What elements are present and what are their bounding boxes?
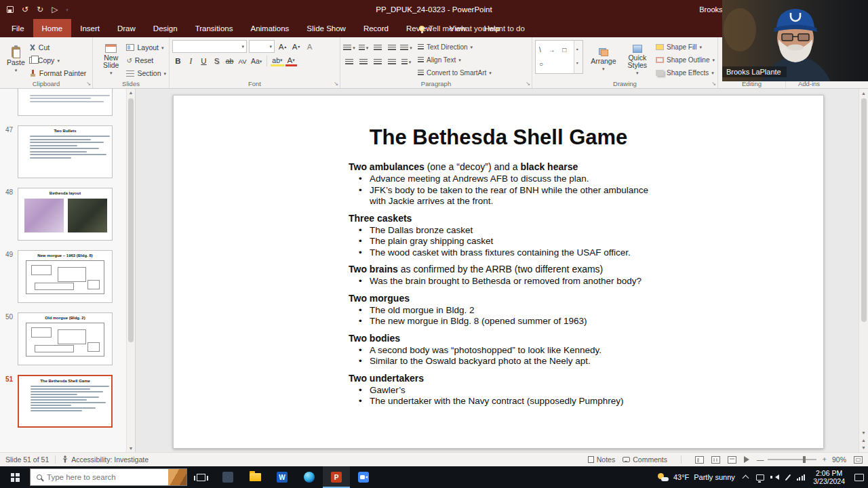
- zoom-out-button[interactable]: —: [757, 455, 764, 464]
- main-scrollbar[interactable]: ▲ ▼ ▲ ▼: [859, 89, 868, 452]
- tab-transitions[interactable]: Transitions: [186, 19, 242, 37]
- convert-to-smartart-button[interactable]: Convert to SmartArt▾: [418, 67, 492, 79]
- tab-slide-show[interactable]: Slide Show: [298, 19, 355, 37]
- notes-button[interactable]: Notes: [588, 455, 615, 464]
- clipboard-dialog-launcher[interactable]: ↘: [86, 81, 91, 87]
- slide-indicator[interactable]: Slide 51 of 51: [5, 455, 49, 464]
- tab-home[interactable]: Home: [33, 19, 72, 37]
- slide-thumbnail[interactable]: New morgue – 1963 (Bldg. 8): [18, 250, 113, 303]
- comments-button[interactable]: Comments: [623, 455, 667, 464]
- align-left-button[interactable]: [343, 56, 355, 68]
- slide-title[interactable]: The Bethesda Shell Game: [174, 125, 823, 150]
- highlight-color-button[interactable]: ab▾: [271, 56, 283, 66]
- zoom-app-button[interactable]: [350, 466, 377, 488]
- redo-icon[interactable]: ↻: [37, 5, 43, 14]
- shape-fill-button[interactable]: Shape Fill▾: [656, 41, 715, 53]
- weather-widget[interactable]: 43°F Partly sunny: [658, 473, 735, 481]
- next-slide-icon[interactable]: ▼: [861, 445, 866, 450]
- slide-canvas[interactable]: The Bethesda Shell Game Two ambulances (…: [173, 95, 824, 449]
- search-input[interactable]: [47, 473, 149, 481]
- pen-tray-icon[interactable]: [785, 474, 791, 481]
- normal-view-button[interactable]: [695, 456, 704, 464]
- character-spacing-button[interactable]: AV: [237, 55, 248, 67]
- tab-animations[interactable]: Animations: [241, 19, 298, 37]
- edge-button[interactable]: [296, 466, 323, 488]
- start-button[interactable]: [0, 466, 30, 488]
- align-text-button[interactable]: Align Text▾: [418, 54, 492, 66]
- increase-indent-button[interactable]: [386, 42, 398, 54]
- font-dialog-launcher[interactable]: ↘: [334, 81, 338, 87]
- underline-button[interactable]: U: [198, 55, 210, 67]
- save-icon[interactable]: [7, 6, 14, 13]
- undo-icon[interactable]: ↺: [22, 5, 28, 14]
- file-explorer-button[interactable]: [241, 466, 269, 488]
- decrease-font-size-button[interactable]: A▾: [290, 41, 302, 53]
- section-button[interactable]: Section▾: [126, 67, 166, 79]
- shapes-gallery-scroll[interactable]: ▴▾≡: [574, 41, 583, 73]
- zoom-in-button[interactable]: ＋: [821, 455, 828, 464]
- scroll-down-icon[interactable]: ▾: [576, 56, 581, 70]
- reset-button[interactable]: ↺Reset: [126, 54, 166, 66]
- font-name-select[interactable]: ▾: [172, 40, 247, 53]
- scrollbar-thumb[interactable]: [128, 98, 134, 342]
- zoom-slider[interactable]: [768, 459, 816, 460]
- cut-button[interactable]: Cut: [29, 41, 86, 54]
- arrange-button[interactable]: Arrange ▾: [587, 40, 620, 79]
- display-tray-icon[interactable]: [756, 474, 764, 481]
- reading-view-button[interactable]: [728, 456, 736, 464]
- text-shadow-button[interactable]: S: [211, 55, 222, 67]
- italic-button[interactable]: I: [185, 55, 197, 67]
- slideshow-view-button[interactable]: [744, 456, 749, 463]
- slide-body[interactable]: Two ambulances (one a “decoy”) and a bla…: [349, 161, 657, 407]
- slide-thumbnail[interactable]: Old morgue (Bldg. 2): [18, 312, 113, 365]
- customize-qat-icon[interactable]: ▾: [66, 7, 68, 12]
- change-case-button[interactable]: Aa▾: [250, 55, 263, 67]
- decrease-indent-button[interactable]: [372, 42, 384, 54]
- scroll-up-icon[interactable]: ▴: [576, 42, 581, 56]
- word-button[interactable]: W: [269, 466, 296, 488]
- quick-styles-button[interactable]: Quick Styles ▾: [624, 40, 652, 79]
- thumbnail-scrollbar[interactable]: ▲ ▼: [126, 89, 135, 452]
- fit-to-window-button[interactable]: [854, 456, 863, 464]
- tab-insert[interactable]: Insert: [71, 19, 108, 37]
- slide-thumbnail[interactable]: Bethesda layout: [18, 188, 113, 241]
- taskbar-app-button[interactable]: [214, 466, 241, 488]
- network-tray-icon[interactable]: [797, 474, 806, 481]
- task-view-button[interactable]: [187, 466, 214, 488]
- slide-thumbnail[interactable]: The Bethesda Shell Game: [18, 375, 113, 428]
- tab-record[interactable]: Record: [355, 19, 397, 37]
- scroll-down-icon[interactable]: ▼: [129, 446, 134, 451]
- tab-file[interactable]: File: [3, 19, 33, 37]
- slide-thumbnail[interactable]: Two Bullets: [18, 125, 113, 178]
- align-right-button[interactable]: [372, 56, 384, 68]
- font-size-select[interactable]: ▾: [249, 40, 275, 53]
- paste-button[interactable]: Paste ▾: [3, 40, 29, 79]
- webcam-overlay[interactable]: Brooks LaPlante: [722, 0, 868, 81]
- columns-button[interactable]: ▾: [400, 56, 412, 68]
- drawing-dialog-launcher[interactable]: ↘: [711, 81, 716, 87]
- zoom-slider-handle[interactable]: [803, 456, 806, 463]
- action-center-button[interactable]: [854, 474, 864, 481]
- font-color-button[interactable]: A▾: [285, 56, 297, 66]
- shapes-gallery[interactable]: \ → □ ○ △ ◇ { ☆ ▴▾≡: [535, 40, 583, 74]
- powerpoint-button[interactable]: P: [323, 466, 350, 488]
- gallery-more-icon[interactable]: ≡: [576, 70, 581, 74]
- bullets-button[interactable]: ▾: [343, 42, 355, 54]
- tab-design[interactable]: Design: [144, 19, 186, 37]
- taskbar-clock[interactable]: 2:06 PM 3/23/2024: [813, 469, 845, 485]
- new-slide-button[interactable]: New Slide ▾: [96, 40, 126, 79]
- scroll-up-icon[interactable]: ▲: [129, 90, 134, 95]
- justify-button[interactable]: [386, 56, 398, 68]
- taskbar-search[interactable]: [30, 468, 187, 486]
- align-center-button[interactable]: [357, 56, 370, 68]
- bold-button[interactable]: B: [172, 55, 184, 67]
- zoom-percentage[interactable]: 90%: [832, 455, 846, 464]
- previous-slide-icon[interactable]: ▲: [861, 438, 866, 443]
- text-direction-button[interactable]: Text Direction▾: [418, 41, 492, 53]
- line-spacing-button[interactable]: ▾: [400, 42, 412, 54]
- accessibility-status[interactable]: Accessibility: Investigate: [71, 455, 149, 464]
- strikethrough-button[interactable]: ab: [224, 55, 235, 67]
- tab-draw[interactable]: Draw: [108, 19, 144, 37]
- copy-button[interactable]: Copy▾: [29, 54, 86, 66]
- scrollbar-thumb[interactable]: [861, 98, 867, 322]
